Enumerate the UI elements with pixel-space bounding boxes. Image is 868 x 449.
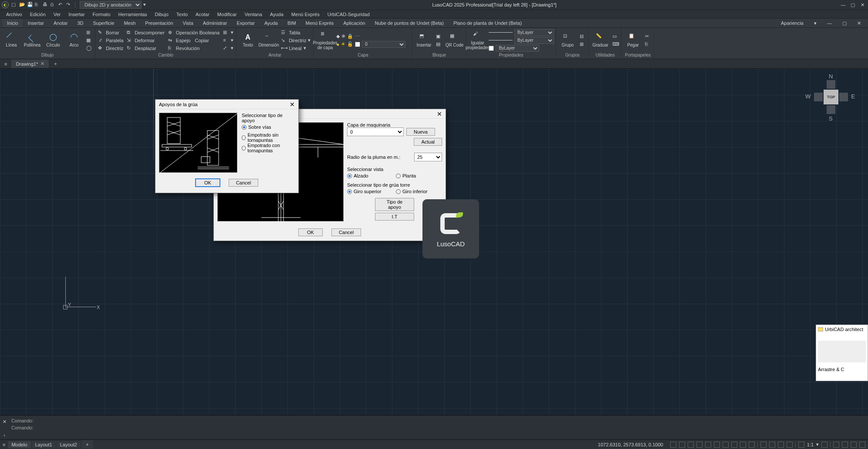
menu-dibujo[interactable]: Dibujo (152, 11, 172, 18)
menu-edicion[interactable]: Edición (27, 11, 49, 18)
ungroup-button[interactable]: ⊟ (579, 33, 587, 40)
mirror-button[interactable]: ⇋EspejoCopiar (167, 37, 220, 44)
cube-face-w[interactable] (814, 93, 823, 101)
dialog1-ok-button[interactable]: OK (196, 179, 220, 187)
array-button[interactable]: ⊞▾ (222, 29, 234, 36)
lineweight-select[interactable]: ByLayer (514, 37, 554, 44)
circle-button[interactable]: Círculo (44, 29, 63, 52)
bulb-on-icon[interactable]: ● (336, 42, 339, 47)
clean-icon[interactable] (851, 442, 857, 448)
tab-layout1[interactable]: Layout1 (32, 441, 56, 448)
annotation-icon[interactable] (821, 442, 827, 448)
layer-color-swatch[interactable] (355, 42, 360, 47)
close-button[interactable]: ✕ (858, 2, 866, 8)
arc-button[interactable]: Arco (64, 29, 84, 52)
tabs-menu-icon[interactable]: ≡ (2, 60, 10, 68)
osnap-icon[interactable] (705, 442, 711, 448)
menu-archivo[interactable]: Archivo (3, 11, 26, 18)
transparency-icon[interactable] (731, 442, 737, 448)
group-button[interactable]: ⊡Grupo (558, 29, 577, 52)
layer-select[interactable]: 0 (362, 41, 405, 48)
tab-expres[interactable]: Menú Exprés (301, 19, 338, 27)
copy-button[interactable]: ⎘Revolución (167, 45, 220, 52)
actual-button[interactable]: Actual (414, 138, 442, 146)
match-props-button[interactable]: 🖌Igualar propiedades (468, 29, 487, 52)
util-2[interactable]: ⌨ (611, 41, 619, 48)
dim-button[interactable]: ↔Dimensión (259, 29, 278, 52)
copy-clip-button[interactable]: ⎘ (644, 41, 652, 48)
dialog2-cancel-button[interactable]: Cancel (331, 228, 361, 236)
cube-face-e[interactable] (839, 93, 848, 101)
annomonitor-icon[interactable] (778, 442, 784, 448)
tab-undet-plano[interactable]: Plano de planta de Undet (Beta) (449, 19, 526, 27)
radio-sobre-vias[interactable]: Sobre vías (242, 123, 295, 131)
leader-button[interactable]: ↘Directriz▾ (280, 37, 311, 44)
dialog1-cancel-button[interactable]: Cancel (229, 179, 258, 187)
group-edit-button[interactable]: ⊞ (579, 41, 587, 48)
drawing-canvas[interactable]: Y X TOP N S E W ✕ (0, 69, 868, 415)
boolean-button[interactable]: ⊕Operación Booleana (167, 29, 220, 36)
workspace-select[interactable]: Dibujo 2D y anotación (80, 1, 142, 9)
radio-planta[interactable]: Planta (396, 172, 442, 180)
tab-administrar[interactable]: Administrar (199, 19, 232, 27)
radio-pluma-select[interactable]: 25 (414, 153, 442, 161)
new-tab-button[interactable]: ＋ (51, 59, 61, 68)
mdi-min-icon[interactable]: — (823, 19, 836, 27)
polyline-button[interactable]: Polilínea (23, 29, 42, 52)
text-button[interactable]: ATexto (238, 29, 257, 52)
nueva-button[interactable]: Nueva (406, 128, 435, 136)
sun-icon[interactable]: ☀ (341, 41, 345, 47)
table-button[interactable]: ☰Tabla (280, 29, 311, 36)
status-menu-icon[interactable]: ≡ (3, 442, 5, 447)
menu-urbicad[interactable]: UrbiCAD-Seguridad (324, 11, 373, 18)
linear-button[interactable]: ⟷Lineal▾ (280, 45, 311, 52)
menu-expres[interactable]: Menú Exprés (288, 11, 323, 18)
ortho-icon[interactable] (688, 442, 694, 448)
tab-exportar[interactable]: Exportar (232, 19, 259, 27)
tab-layout2[interactable]: Layout2 (57, 441, 81, 448)
explode-button[interactable]: ⧉Descomponer (126, 29, 165, 36)
it-button[interactable]: I.T (375, 213, 414, 221)
capa-select[interactable]: 0 (347, 127, 404, 136)
undo-icon[interactable]: ↶ (58, 2, 64, 8)
mdi-close-icon[interactable]: ✕ (853, 19, 865, 27)
tab-inicio[interactable]: Inicio (3, 19, 23, 27)
block-attr[interactable]: ▤ (435, 41, 443, 48)
snap-mode-icon[interactable] (679, 442, 685, 448)
scale-button[interactable]: ⤢▾ (222, 45, 234, 52)
tab-superficie[interactable]: Superficie (88, 19, 118, 27)
cube-top[interactable]: TOP (824, 90, 838, 104)
tab-mesh[interactable]: Mesh (119, 19, 140, 27)
stretch-button[interactable]: ⇲Deformar (126, 37, 165, 44)
block-edit[interactable]: ▣ (435, 33, 443, 40)
snap-grid-icon[interactable] (670, 442, 676, 448)
dialog2-ok-button[interactable]: OK (298, 228, 323, 236)
radio-giro-sup[interactable]: Giro superior (347, 188, 393, 195)
align-button[interactable]: ≡▾ (222, 37, 234, 44)
redo-icon[interactable]: ↷ (66, 2, 72, 8)
scale-readout[interactable]: 1:1 (807, 442, 814, 447)
layer-more-icon[interactable]: ⋯ (355, 34, 360, 39)
save-icon[interactable]: 💾 (27, 2, 33, 8)
isolate-icon[interactable] (833, 442, 839, 448)
offset-button[interactable]: ⫽Paralela (97, 37, 124, 44)
radio-empotrado-sin[interactable]: Empotrado sin tornapuntas (242, 134, 295, 141)
menu-ver[interactable]: Ver (50, 11, 64, 18)
radio-alzado[interactable]: Alzado (347, 172, 393, 180)
open-icon[interactable]: 📂 (19, 2, 25, 8)
app-icon[interactable]: ◐ (2, 1, 9, 8)
lweight-icon[interactable] (723, 442, 729, 448)
minimize-button[interactable]: — (839, 2, 847, 8)
util-1[interactable]: ▭ (611, 33, 619, 40)
menu-herramientas[interactable]: Herramientas (115, 11, 151, 18)
tab-model[interactable]: Modelo (8, 441, 30, 448)
insert-block-button[interactable]: ⬒Insertar (414, 29, 433, 52)
chevron-down-icon[interactable]: ▾ (816, 442, 819, 447)
saveas-icon[interactable]: ⎘ (35, 2, 41, 8)
erase-button[interactable]: ✎Borrar (97, 29, 124, 36)
cmd-chevron-icon[interactable]: › (3, 432, 5, 438)
menu-ventana[interactable]: Ventana (241, 11, 265, 18)
color-select[interactable]: ByLayer (514, 29, 554, 36)
quickprops-icon[interactable] (769, 442, 775, 448)
tab-aplicacion[interactable]: Aplicación (339, 19, 369, 27)
